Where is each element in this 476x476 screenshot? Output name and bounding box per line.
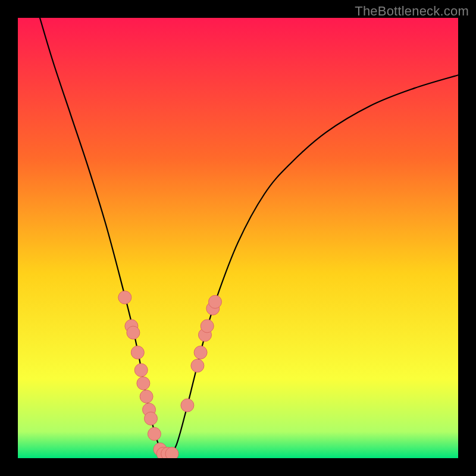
curve-marker-dot [194,346,207,359]
curve-marker-dot [127,326,140,339]
curve-marker-dot [134,364,148,377]
curve-marker-dot [137,377,150,390]
chart-svg [18,18,458,458]
gradient-background [18,18,458,458]
curve-marker-dot [131,346,144,359]
curve-marker-dot [209,295,222,308]
curve-marker-dot [201,320,214,333]
watermark-text: TheBottleneck.com [355,4,469,19]
curve-marker-dot [118,291,131,304]
curve-marker-dot [145,412,158,425]
curve-marker-dot [140,390,153,403]
curve-marker-dot [148,427,161,440]
curve-marker-dot [165,447,178,458]
curve-marker-dot [191,359,204,372]
chart-frame: TheBottleneck.com [0,0,476,476]
plot-area [18,18,458,458]
curve-marker-dot [181,399,194,412]
